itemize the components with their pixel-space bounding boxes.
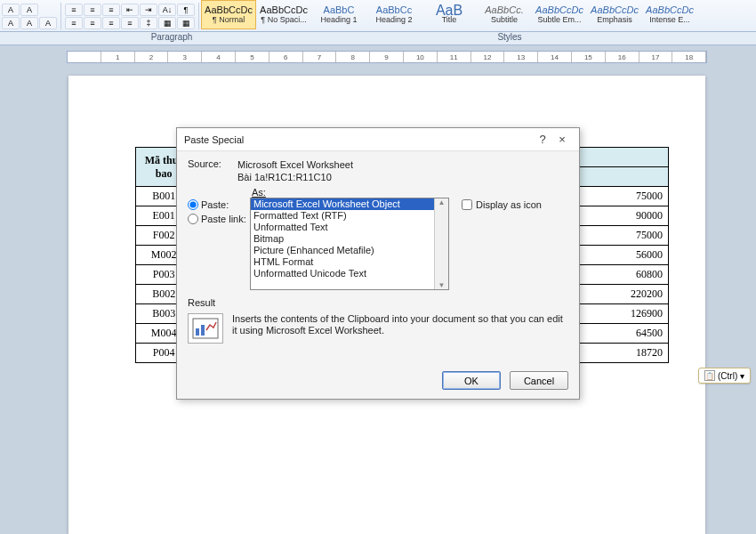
style-card[interactable]: AaBbCHeading 1 <box>311 0 366 29</box>
text-effects-button[interactable]: A <box>2 17 20 29</box>
paste-radio[interactable]: Paste: <box>188 199 250 210</box>
styles-group-label: Styles <box>263 32 756 44</box>
bullets-button[interactable]: ≡ <box>65 4 83 16</box>
help-icon[interactable]: ? <box>533 133 552 146</box>
style-card[interactable]: AaBbCcHeading 2 <box>366 0 422 29</box>
source-value: Microsoft Excel Worksheet Bài 1a!R1C1:R1… <box>237 158 353 183</box>
grow-font-button[interactable]: A <box>2 4 20 16</box>
paste-link-radio[interactable]: Paste link: <box>188 214 250 224</box>
listbox-option[interactable]: Formatted Text (RTF) <box>251 210 448 222</box>
dialog-title-text: Paste Special <box>184 134 244 145</box>
format-listbox[interactable]: Microsoft Excel Worksheet ObjectFormatte… <box>250 198 449 290</box>
cancel-button[interactable]: Cancel <box>510 371 568 390</box>
style-card[interactable]: AaBbCcDc¶ No Spaci... <box>256 0 311 29</box>
line-spacing-button[interactable]: ‡ <box>140 17 157 29</box>
sort-button[interactable]: A↓ <box>158 4 176 16</box>
ribbon-group-labels: Paragraph Styles <box>0 32 756 45</box>
style-card[interactable]: AaBbCc.Subtitle <box>477 0 532 29</box>
font-size-controls: A A A A A <box>0 0 59 32</box>
ok-button[interactable]: OK <box>442 371 501 390</box>
shrink-font-button[interactable]: A <box>20 4 38 16</box>
as-label: As: <box>252 187 568 198</box>
paste-icon: 📋 <box>704 370 715 381</box>
numbering-button[interactable]: ≡ <box>84 4 101 16</box>
paragraph-group-label: Paragraph <box>80 32 263 44</box>
show-marks-button[interactable]: ¶ <box>177 4 195 16</box>
shading-button[interactable]: ▦ <box>158 17 176 29</box>
svg-rect-2 <box>201 325 205 336</box>
result-label: Result <box>188 297 568 308</box>
style-card[interactable]: AaBbCcDc¶ Normal <box>201 0 256 29</box>
increase-indent-button[interactable]: ⇥ <box>140 4 157 16</box>
styles-gallery[interactable]: AaBbCcDc¶ NormalAaBbCcDc¶ No Spaci...AaB… <box>201 0 756 32</box>
justify-button[interactable]: ≡ <box>121 17 139 29</box>
decrease-indent-button[interactable]: ⇤ <box>121 4 139 16</box>
source-label: Source: <box>188 158 237 169</box>
ribbon: A A A A A ≡ ≡ ≡ ⇤ ⇥ A↓ ¶ ≡ ≡ ≡ <box>0 0 756 32</box>
svg-rect-1 <box>196 328 199 336</box>
listbox-option[interactable]: Bitmap <box>251 233 448 245</box>
style-card[interactable]: AaBbCcDcIntense E... <box>642 0 697 29</box>
result-description: Inserts the contents of the Clipboard in… <box>232 313 568 336</box>
paste-options-button[interactable]: 📋 (Ctrl) ▾ <box>698 368 751 384</box>
result-icon <box>188 313 223 344</box>
borders-button[interactable]: ▦ <box>177 17 195 29</box>
close-icon[interactable]: × <box>552 133 572 146</box>
listbox-option[interactable]: HTML Format <box>251 256 448 268</box>
listbox-scrollbar[interactable]: ▲▼ <box>434 198 448 289</box>
style-card[interactable]: AaBbCcDcSubtle Em... <box>532 0 587 29</box>
style-card[interactable]: AaBbCcDcEmphasis <box>587 0 642 29</box>
align-center-button[interactable]: ≡ <box>84 17 101 29</box>
align-right-button[interactable]: ≡ <box>102 17 120 29</box>
multilevel-button[interactable]: ≡ <box>102 4 120 16</box>
highlight-button[interactable]: A <box>20 17 38 29</box>
font-color-button[interactable]: A <box>39 17 57 29</box>
display-as-icon-checkbox[interactable]: Display as icon <box>462 199 542 210</box>
listbox-option[interactable]: Microsoft Excel Worksheet Object <box>251 198 448 210</box>
dialog-titlebar[interactable]: Paste Special ? × <box>177 128 579 151</box>
paste-special-dialog: Paste Special ? × Source: Microsoft Exce… <box>176 127 580 400</box>
listbox-option[interactable]: Unformatted Text <box>251 222 448 233</box>
horizontal-ruler[interactable]: 123456789101112131415161718 <box>67 51 707 63</box>
listbox-option[interactable]: Unformatted Unicode Text <box>251 268 448 279</box>
listbox-option[interactable]: Picture (Enhanced Metafile) <box>251 245 448 256</box>
style-card[interactable]: AaBTitle <box>422 0 477 29</box>
list-buttons: ≡ ≡ ≡ ⇤ ⇥ A↓ ¶ ≡ ≡ ≡ ≡ ‡ ▦ ▦ <box>63 0 197 32</box>
align-left-button[interactable]: ≡ <box>65 17 83 29</box>
